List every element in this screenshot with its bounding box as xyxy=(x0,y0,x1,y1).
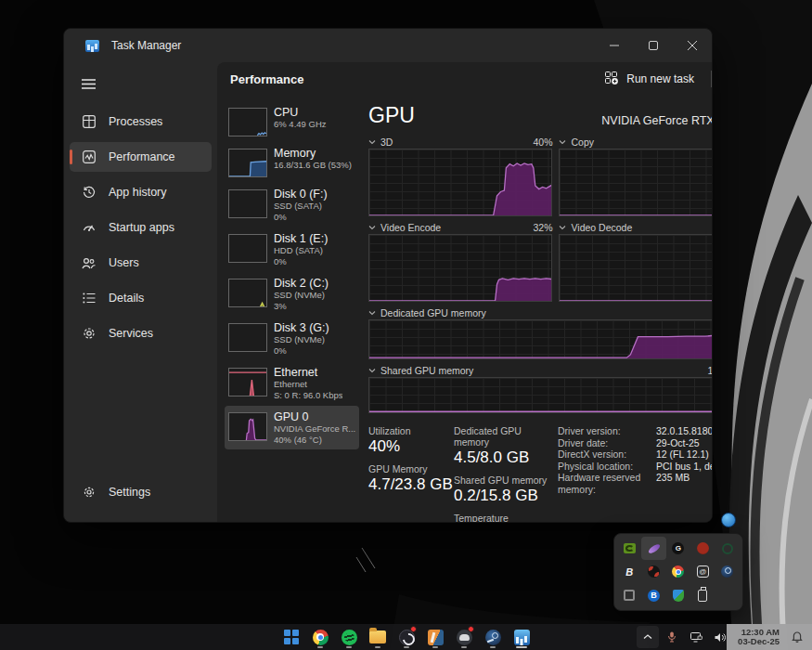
taskbar-clock[interactable]: 12:30 AM 03-Dec-25 xyxy=(733,628,784,647)
notification-badge xyxy=(468,626,474,632)
tray-chevron-up-icon[interactable] xyxy=(637,626,659,648)
desktop: { "window": { "title": "Task Manager" },… xyxy=(0,0,812,650)
perf-item-detail: 16.8/31.6 GB (53%) xyxy=(274,160,352,171)
taskbar-chrome-icon[interactable] xyxy=(310,625,330,649)
gpu-engine-charts: 3D40%Copy0%Video Encode32%Video Decode0% xyxy=(368,131,713,302)
cast-display-icon[interactable] xyxy=(685,626,707,648)
running-indicator xyxy=(404,646,409,648)
perf-item-disk-1-e[interactable]: Disk 1 (E:)HDD (SATA)0% xyxy=(225,228,359,271)
stat-value: 40% xyxy=(368,436,454,457)
perf-item-detail: 3% xyxy=(274,301,329,312)
minimize-button[interactable] xyxy=(595,29,634,62)
taskbar-spotify-icon[interactable] xyxy=(339,625,359,649)
sidebar-item-settings[interactable]: Settings xyxy=(70,477,212,507)
tray-logitech-g-icon[interactable]: G xyxy=(666,537,690,560)
titlebar[interactable]: Task Manager xyxy=(64,29,712,62)
system-tray: 12:30 AM 03-Dec-25 xyxy=(637,624,812,650)
perf-item-cpu[interactable]: CPU6% 4.49 GHz xyxy=(225,101,359,141)
taskbar-file-explorer-icon[interactable] xyxy=(367,625,388,649)
running-indicator xyxy=(346,646,352,648)
stat-label: Temperature xyxy=(454,513,558,522)
speaker-icon[interactable] xyxy=(709,626,731,648)
sidebar-item-label: Services xyxy=(109,327,153,340)
tray-gray-square-app-icon[interactable] xyxy=(617,584,641,607)
mini-chart-gpu-0 xyxy=(228,412,267,441)
mini-chart-memory xyxy=(228,149,267,177)
run-new-task-button[interactable]: Run new task xyxy=(596,67,703,92)
stat-value: 4.5/8.0 GB xyxy=(454,448,558,468)
taskbar-task-manager-icon[interactable] xyxy=(511,625,532,649)
maximize-button[interactable] xyxy=(634,29,673,62)
taskbar-steam-icon[interactable] xyxy=(483,625,503,649)
tray-overflow-flyout: GB@B xyxy=(613,533,743,611)
tray-feather-app-icon[interactable] xyxy=(641,537,665,560)
taskbar-start-icon[interactable] xyxy=(281,625,302,649)
tray-black-red-app-icon[interactable] xyxy=(641,560,665,583)
tray-battlenet-icon[interactable]: B xyxy=(617,560,641,583)
chevron-down-icon xyxy=(368,139,376,145)
perf-item-ethernet[interactable]: EthernetEthernetS: 0 R: 96.0 Kbps xyxy=(225,361,359,405)
hamburger-menu-icon[interactable] xyxy=(72,70,104,98)
blue-circle-tray-icon[interactable] xyxy=(721,513,736,527)
perf-item-memory[interactable]: Memory16.8/31.6 GB (53%) xyxy=(225,142,359,182)
perf-item-disk-3-g[interactable]: Disk 3 (G:)SSD (NVMe)0% xyxy=(225,317,359,360)
services-icon xyxy=(82,327,96,341)
running-indicator xyxy=(516,646,527,648)
perf-item-detail: 0% xyxy=(274,345,329,357)
tray-steam-tray-icon[interactable] xyxy=(715,560,740,583)
tray-bluetooth-icon[interactable]: B xyxy=(641,584,665,607)
running-indicator xyxy=(375,646,380,648)
close-button[interactable] xyxy=(673,29,712,62)
microphone-icon[interactable] xyxy=(661,626,683,648)
sidebar-item-startup-apps[interactable]: Startup apps xyxy=(70,213,212,242)
sidebar-item-users[interactable]: Users xyxy=(70,248,212,278)
perf-item-detail: Ethernet xyxy=(274,379,342,390)
taskbar-obs-icon[interactable] xyxy=(396,625,417,649)
taskbar-counter-strike-icon[interactable] xyxy=(425,625,445,649)
stat-label: Shared GPU memory xyxy=(454,474,558,486)
sidebar-item-performance[interactable]: Performance xyxy=(70,142,212,172)
tray-spiral-app-icon[interactable]: @ xyxy=(690,560,715,583)
gpu-detail-pane: GPU NVIDIA GeForce RTX 4060 3D40%Copy0%V… xyxy=(361,96,713,522)
gear-icon xyxy=(82,486,96,500)
gpu-title: GPU xyxy=(368,103,415,127)
tray-usb-eject-icon[interactable] xyxy=(690,584,715,607)
driver-info-row: Hardware reserved memory:235 MB xyxy=(558,472,713,495)
notification-bell-icon[interactable] xyxy=(786,626,808,648)
perf-item-detail: HDD (SATA) xyxy=(274,245,328,256)
sidebar-item-label: Settings xyxy=(109,486,150,499)
tray-windows-security-icon[interactable] xyxy=(666,584,690,607)
tray-green-ring-app-icon[interactable] xyxy=(715,537,740,560)
taskbar-discord-icon[interactable] xyxy=(454,625,474,649)
tray-chrome-tray-icon[interactable] xyxy=(666,560,690,583)
perf-item-detail: NVIDIA GeForce R... xyxy=(274,423,355,435)
notification-badge xyxy=(410,626,417,632)
perf-item-name: CPU xyxy=(274,106,327,119)
chart-label: 3D xyxy=(380,136,393,148)
gpu-memory-charts: Dedicated GPU memory8.0 GBShared GPU mem… xyxy=(368,306,713,413)
performance-sensor-list: CPU6% 4.49 GHzMemory16.8/31.6 GB (53%)Di… xyxy=(217,96,361,522)
taskbar: 12:30 AM 03-Dec-25 xyxy=(0,624,812,650)
chart-3d: 3D40% xyxy=(368,131,552,216)
perf-item-disk-2-c[interactable]: Disk 2 (C:)SSD (NVMe)3% xyxy=(225,272,359,316)
page-title: Performance xyxy=(230,72,303,86)
users-icon xyxy=(82,256,96,270)
chart-value: 15.8 GB xyxy=(707,365,713,376)
startup-icon xyxy=(82,221,96,235)
content-header: Performance Run new task xyxy=(217,62,713,96)
perf-item-disk-0-f[interactable]: Disk 0 (F:)SSD (SATA)0% xyxy=(225,183,359,227)
tray-nvidia-settings-icon[interactable] xyxy=(617,537,641,560)
tray-red-shield-app-icon[interactable] xyxy=(690,537,715,560)
running-indicator xyxy=(490,646,496,648)
sidebar-item-app-history[interactable]: App history xyxy=(70,177,212,207)
sidebar-item-services[interactable]: Services xyxy=(70,318,212,348)
sidebar-item-label: Processes xyxy=(109,115,162,128)
chevron-down-icon xyxy=(559,139,566,145)
clock-date: 03-Dec-25 xyxy=(738,637,780,647)
perf-item-gpu-0[interactable]: GPU 0NVIDIA GeForce R...40% (46 °C) xyxy=(225,406,359,449)
chart-shared-gpu-memory: Shared GPU memory15.8 GB xyxy=(368,363,713,413)
perf-item-detail: 40% (46 °C) xyxy=(274,435,355,446)
chart-video-encode: Video Encode32% xyxy=(368,216,552,302)
sidebar-item-processes[interactable]: Processes xyxy=(70,107,212,136)
sidebar-item-details[interactable]: Details xyxy=(70,283,212,313)
